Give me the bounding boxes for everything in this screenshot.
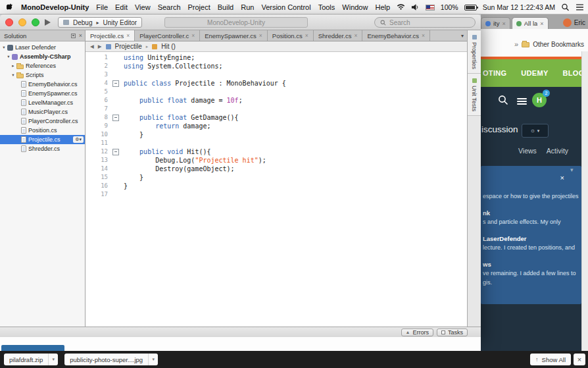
download-shelf-close-icon[interactable]: × bbox=[574, 354, 585, 365]
tab-close-icon[interactable]: × bbox=[502, 20, 506, 27]
code-line[interactable]: 5 bbox=[86, 88, 467, 96]
editor-tab-position-cs[interactable]: Position.cs× bbox=[268, 30, 314, 41]
breadcrumb-class[interactable]: Projectile bbox=[115, 43, 142, 50]
fold-marker[interactable] bbox=[112, 79, 120, 88]
menu-version-control[interactable]: Version Control bbox=[261, 3, 310, 11]
window-zoom-button[interactable] bbox=[32, 18, 39, 26]
notification-center-icon[interactable] bbox=[576, 3, 584, 11]
nav-link-oting[interactable]: OTING bbox=[483, 69, 506, 77]
editor-tab-projectile-cs[interactable]: Projectile.cs× bbox=[86, 30, 135, 41]
dock-tab-unit-tests[interactable]: Unit Tests bbox=[468, 74, 481, 116]
download-caret-icon[interactable]: ▾ bbox=[148, 354, 158, 365]
code-editor[interactable]: 1using UnityEngine;2using System.Collect… bbox=[86, 52, 467, 327]
code-line[interactable]: 11 bbox=[86, 139, 467, 147]
download-caret-icon[interactable]: ▾ bbox=[48, 354, 58, 365]
menu-window[interactable]: Window bbox=[342, 3, 368, 11]
menu-build[interactable]: Build bbox=[218, 3, 233, 11]
active-app-menu[interactable]: MonoDevelop-Unity bbox=[21, 3, 89, 11]
menu-file[interactable]: File bbox=[96, 3, 108, 11]
tab-close-icon[interactable]: × bbox=[540, 20, 543, 27]
editor-tab-enemyspawner-cs[interactable]: EnemySpawner.cs× bbox=[200, 30, 268, 41]
menu-run[interactable]: Run bbox=[241, 3, 254, 11]
tree-item-position-cs[interactable]: Position.cs bbox=[0, 126, 85, 135]
code-line[interactable]: 8 public float GetDamage(){ bbox=[86, 113, 467, 122]
volume-icon[interactable] bbox=[411, 3, 420, 11]
menu-search[interactable]: Search bbox=[158, 3, 181, 11]
breadcrumb-member[interactable]: Hit () bbox=[161, 43, 176, 50]
menu-edit[interactable]: Edit bbox=[115, 3, 128, 11]
auto-hide-icon[interactable] bbox=[71, 34, 76, 38]
tree-item-playercontroller-cs[interactable]: PlayerController.cs bbox=[0, 117, 85, 126]
expander-icon[interactable]: ▾ bbox=[11, 72, 16, 78]
bookmarks-overflow-icon[interactable]: » bbox=[514, 40, 518, 48]
spotlight-search-icon[interactable] bbox=[561, 3, 570, 11]
editor-tab-enemybehavior-cs[interactable]: EnemyBehavior.cs× bbox=[362, 30, 430, 41]
code-line[interactable]: 12 public void Hit(){ bbox=[86, 147, 467, 156]
menu-view[interactable]: View bbox=[135, 3, 151, 11]
expander-icon[interactable]: ▾ bbox=[6, 54, 11, 59]
tab-close-icon[interactable]: × bbox=[305, 32, 308, 39]
code-line[interactable]: 6 public float damage = 10f; bbox=[86, 96, 467, 105]
errors-button[interactable]: ▲ Errors bbox=[401, 329, 433, 336]
apple-menu-icon[interactable] bbox=[7, 3, 14, 12]
tab-overflow-icon[interactable]: ▾ bbox=[458, 33, 467, 39]
tree-item-enemyspawner-cs[interactable]: EnemySpawner.cs bbox=[0, 89, 85, 98]
section-tab-activity[interactable]: Activity bbox=[547, 147, 568, 155]
tree-item-enemybehavior-cs[interactable]: EnemyBehavior.cs bbox=[0, 80, 85, 89]
tree-item-shredder-cs[interactable]: Shredder.cs bbox=[0, 144, 85, 153]
menu-tools[interactable]: Tools bbox=[318, 3, 335, 11]
tab-close-icon[interactable]: × bbox=[259, 32, 262, 39]
code-line[interactable]: 17 bbox=[86, 190, 467, 199]
expander-icon[interactable]: ▸ bbox=[11, 63, 16, 68]
site-search-icon[interactable] bbox=[498, 95, 508, 108]
editor-tab-playercontroller-c[interactable]: PlayerController.c× bbox=[135, 30, 200, 41]
page-scrollbar[interactable] bbox=[581, 51, 588, 351]
tree-item-musicplayer-cs[interactable]: MusicPlayer.cs bbox=[0, 107, 85, 117]
code-line[interactable]: 9 return damage; bbox=[86, 122, 467, 130]
code-line[interactable]: 3 bbox=[86, 70, 467, 79]
code-line[interactable]: 4public class Projectile : MonoBehaviour… bbox=[86, 79, 467, 88]
tree-item-laser-defender[interactable]: ▾Laser Defender bbox=[0, 43, 85, 52]
tab-close-icon[interactable]: × bbox=[422, 32, 425, 39]
download-item-publicity-photo-super-jpg[interactable]: publicity-photo-super....jpg▾ bbox=[64, 354, 158, 365]
wifi-icon[interactable] bbox=[397, 3, 405, 11]
window-minimize-button[interactable] bbox=[18, 18, 26, 26]
menu-bar-clock[interactable]: Sun Mar 12 1:22:43 AM bbox=[483, 3, 555, 11]
code-line[interactable]: 13 Debug.Log("Projectile hit"); bbox=[86, 156, 467, 165]
section-tab-views[interactable]: Views bbox=[518, 147, 537, 155]
menu-project[interactable]: Project bbox=[188, 3, 210, 11]
toolbar-search-field[interactable]: Search bbox=[374, 17, 476, 28]
panel-close-icon[interactable]: × bbox=[560, 174, 564, 182]
tree-item-scripts[interactable]: ▾Scripts bbox=[0, 70, 85, 80]
code-line[interactable]: 1using UnityEngine; bbox=[86, 53, 467, 62]
menu-help[interactable]: Help bbox=[375, 3, 390, 11]
code-line[interactable]: 15 } bbox=[86, 173, 467, 182]
run-button[interactable] bbox=[45, 19, 51, 26]
tasks-button[interactable]: Tasks bbox=[437, 329, 468, 336]
tree-item-levelmanager-cs[interactable]: LevelManager.cs bbox=[0, 98, 85, 107]
hamburger-menu-icon[interactable] bbox=[517, 98, 527, 106]
input-language-flag-icon[interactable] bbox=[426, 5, 435, 11]
fold-marker[interactable] bbox=[112, 113, 120, 122]
tab-close-icon[interactable]: × bbox=[191, 32, 195, 39]
tree-item-projectile-cs[interactable]: Projectile.cs⚙▾ bbox=[0, 135, 85, 144]
downloads-show-all-button[interactable]: ↑ Show All bbox=[530, 354, 571, 365]
tab-close-icon[interactable]: × bbox=[354, 32, 357, 39]
browser-tab-all-la[interactable]: All la× bbox=[512, 17, 549, 29]
expander-icon[interactable]: ▾ bbox=[1, 45, 7, 50]
navigate-back-icon[interactable]: ◀ bbox=[90, 43, 94, 49]
code-line[interactable]: 16} bbox=[86, 182, 467, 190]
browser-tab-ity[interactable]: ity× bbox=[481, 17, 510, 29]
code-line[interactable]: 14 Destroy(gameObject); bbox=[86, 165, 467, 173]
code-line[interactable]: 10 } bbox=[86, 130, 467, 139]
dock-tab-properties[interactable]: Properties bbox=[468, 30, 481, 74]
tab-close-icon[interactable]: × bbox=[126, 32, 130, 39]
code-line[interactable]: 2using System.Collections; bbox=[86, 62, 467, 70]
tree-item-assembly-csharp[interactable]: ▾Assembly-CSharp bbox=[0, 52, 85, 61]
discussion-filter-dropdown[interactable]: ○ ▾ bbox=[522, 124, 549, 138]
navigate-forward-icon[interactable]: ▶ bbox=[98, 43, 102, 49]
download-item-pilafdraft-zip[interactable]: pilafdraft.zip▾ bbox=[4, 354, 58, 365]
editor-tab-shredder-cs[interactable]: Shredder.cs× bbox=[314, 30, 363, 41]
other-bookmarks-label[interactable]: Other Bookmarks bbox=[533, 41, 584, 48]
collapse-chevron-icon[interactable]: ▾ bbox=[570, 167, 574, 173]
